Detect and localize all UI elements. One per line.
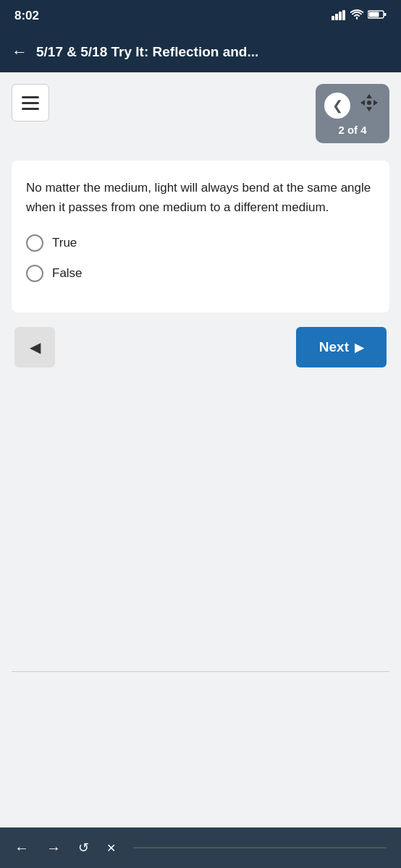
nav-widget-row: ❮	[324, 91, 381, 119]
back-icon[interactable]: ←	[12, 43, 28, 61]
browser-refresh-icon: ↺	[78, 840, 89, 856]
nav-bar: ← 5/17 & 5/18 Try It: Reflection and...	[0, 32, 401, 72]
next-button[interactable]: Next ▶	[296, 327, 387, 367]
option-false[interactable]: False	[26, 265, 375, 282]
question-text: No matter the medium, light will always …	[26, 178, 375, 217]
nav-back-circle-button[interactable]: ❮	[324, 93, 350, 119]
move-icon	[358, 91, 381, 119]
bottom-bar-line	[133, 847, 387, 848]
battery-icon	[368, 9, 387, 22]
chevron-left-icon: ❮	[332, 98, 343, 114]
nav-widget: ❮ 2 of 4	[316, 84, 389, 143]
svg-rect-0	[332, 16, 334, 20]
svg-marker-7	[366, 94, 372, 98]
status-bar: 8:02	[0, 0, 401, 32]
nav-buttons-row: ◀ Next ▶	[12, 327, 389, 367]
prev-button[interactable]: ◀	[14, 327, 55, 367]
svg-rect-1	[335, 14, 338, 20]
divider	[12, 671, 389, 672]
browser-close-icon: ✕	[106, 841, 116, 855]
prev-icon: ◀	[30, 339, 41, 356]
browser-refresh-button[interactable]: ↺	[78, 840, 89, 856]
radio-true[interactable]	[26, 234, 43, 252]
controls-row: ❮ 2 of 4	[12, 84, 389, 143]
browser-back-button[interactable]: ←	[14, 840, 29, 856]
svg-rect-5	[384, 13, 387, 16]
browser-close-button[interactable]: ✕	[106, 841, 116, 855]
svg-rect-3	[342, 10, 345, 20]
hamburger-line-2	[22, 102, 39, 104]
hamburger-button[interactable]	[12, 84, 49, 122]
nav-title: 5/17 & 5/18 Try It: Reflection and...	[36, 44, 258, 60]
browser-back-icon: ←	[14, 840, 29, 856]
svg-marker-8	[366, 107, 372, 111]
page-counter: 2 of 4	[338, 124, 366, 136]
svg-marker-10	[373, 100, 378, 106]
browser-forward-icon: →	[46, 840, 61, 856]
hamburger-line-1	[22, 96, 39, 98]
svg-point-11	[367, 101, 371, 105]
bottom-bar: ← → ↺ ✕	[0, 827, 401, 868]
wifi-icon	[350, 9, 363, 22]
svg-rect-6	[369, 12, 379, 17]
status-time: 8:02	[14, 9, 39, 23]
status-icons	[332, 9, 387, 22]
next-arrow-icon: ▶	[355, 341, 363, 354]
main-content: ❮ 2 of 4	[0, 72, 401, 827]
svg-rect-2	[339, 12, 342, 20]
option-true-label: True	[52, 236, 77, 250]
signal-icon	[332, 10, 346, 22]
option-false-label: False	[52, 266, 83, 281]
radio-false[interactable]	[26, 265, 43, 282]
browser-forward-button[interactable]: →	[46, 840, 61, 856]
option-true[interactable]: True	[26, 234, 375, 252]
hamburger-line-3	[22, 108, 39, 110]
svg-marker-9	[360, 100, 365, 106]
question-card: No matter the medium, light will always …	[12, 161, 389, 312]
next-label: Next	[319, 339, 349, 355]
empty-space	[12, 367, 389, 671]
